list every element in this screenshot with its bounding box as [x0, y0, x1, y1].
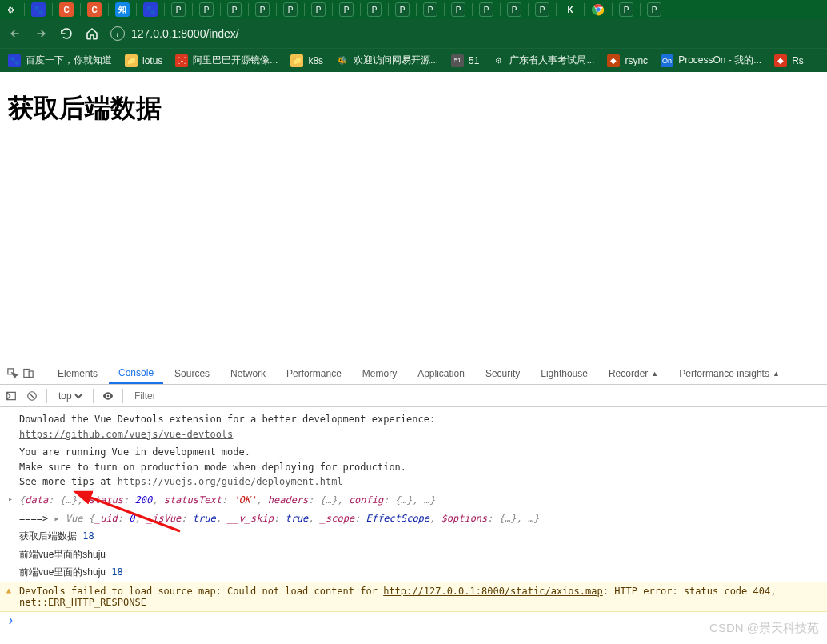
divider	[332, 3, 333, 16]
svg-point-1	[596, 7, 600, 11]
pycharm-icon[interactable]: P	[339, 2, 354, 17]
bookmark-51[interactable]: 5151	[451, 54, 479, 67]
home-button[interactable]	[85, 26, 99, 41]
csdn-icon[interactable]: C	[87, 2, 102, 17]
tab-console[interactable]: Console	[109, 363, 163, 384]
pycharm-icon[interactable]: P	[171, 2, 186, 17]
divider	[472, 3, 473, 16]
divider	[192, 3, 193, 16]
pycharm-icon[interactable]: P	[395, 2, 410, 17]
tab-performance[interactable]: Performance	[277, 363, 351, 384]
pycharm-icon[interactable]: P	[535, 2, 549, 17]
pycharm-icon[interactable]: P	[647, 2, 661, 17]
divider	[388, 3, 389, 16]
divider	[612, 3, 613, 16]
bookmark-baidu[interactable]: 🐾百度一下，你就知道	[8, 54, 112, 67]
live-expression-icon[interactable]	[102, 390, 114, 402]
console-link[interactable]: http://127.0.0.1:8000/static/axios.map	[383, 586, 603, 597]
folder-icon: 📁	[290, 54, 303, 67]
aliyun-icon: 〔-〕	[175, 54, 188, 67]
console-object[interactable]: {data: {…}, status: 200, statusText: 'OK…	[0, 491, 827, 510]
bookmark-processon[interactable]: OnProcessOn - 我的...	[661, 54, 761, 67]
rsync-icon: ◆	[607, 54, 620, 67]
pycharm-icon[interactable]: P	[507, 2, 521, 17]
device-toolbar-icon[interactable]	[21, 366, 35, 381]
divider	[24, 3, 25, 16]
tab-network[interactable]: Network	[221, 363, 275, 384]
tab-lighthouse[interactable]: Lighthouse	[531, 363, 597, 384]
divider	[93, 389, 94, 403]
baidu-icon[interactable]: 🐾	[31, 2, 46, 17]
divider	[108, 3, 109, 16]
divider	[528, 3, 529, 16]
back-button[interactable]	[8, 26, 22, 41]
bookmark-label: 欢迎访问网易开源...	[354, 54, 438, 67]
clear-console-icon[interactable]	[26, 390, 38, 402]
site-info-icon[interactable]: i	[110, 26, 125, 41]
tab-perf-insights[interactable]: Performance insights▲	[669, 363, 789, 384]
console-log: 获取后端数据 18	[0, 527, 827, 546]
bookmark-k8s[interactable]: 📁k8s	[290, 54, 323, 67]
page-content: 获取后端数据	[0, 72, 827, 362]
divider	[304, 3, 305, 16]
bookmark-rs[interactable]: ◆Rs	[774, 54, 804, 67]
zhihu-icon[interactable]: 知	[115, 2, 130, 17]
console-log: 前端vue里面的shuju 18	[0, 563, 827, 582]
settings-icon[interactable]: ⚙	[3, 2, 18, 17]
site-icon: ◆	[774, 54, 787, 67]
bookmark-aliyun[interactable]: 〔-〕阿里巴巴开源镜像...	[175, 54, 278, 67]
baidu-icon: 🐾	[8, 54, 21, 67]
tab-memory[interactable]: Memory	[353, 363, 406, 384]
page-heading: 获取后端数据	[8, 91, 819, 126]
tab-recorder[interactable]: Recorder▲	[599, 363, 668, 384]
tab-application[interactable]: Application	[408, 363, 474, 384]
pycharm-icon[interactable]: P	[283, 2, 298, 17]
pycharm-icon[interactable]: P	[423, 2, 437, 17]
pycharm-icon[interactable]: P	[619, 2, 633, 17]
k-icon[interactable]: K	[563, 2, 577, 17]
bookmark-netease[interactable]: 🐝欢迎访问网易开源...	[336, 54, 438, 67]
tab-security[interactable]: Security	[476, 363, 529, 384]
bookmark-rsync[interactable]: ◆rsync	[607, 54, 648, 67]
bookmark-label: lotus	[142, 55, 162, 66]
divider	[556, 3, 557, 16]
inspect-element-icon[interactable]	[5, 366, 19, 381]
bookmark-guangdong[interactable]: ⚙广东省人事考试局...	[492, 54, 594, 67]
pycharm-icon[interactable]: P	[367, 2, 382, 17]
pycharm-icon[interactable]: P	[479, 2, 493, 17]
pycharm-icon[interactable]: P	[255, 2, 270, 17]
toggle-sidebar-icon[interactable]	[5, 390, 18, 402]
divider	[276, 3, 277, 16]
context-selector[interactable]: top	[55, 390, 85, 402]
divider	[500, 3, 501, 16]
address-bar[interactable]: i 127.0.0.1:8000/index/	[110, 26, 239, 41]
tab-elements[interactable]: Elements	[48, 363, 107, 384]
bee-icon: 🐝	[336, 54, 349, 67]
pycharm-icon[interactable]: P	[311, 2, 326, 17]
baidu-icon[interactable]: 🐾	[143, 2, 158, 17]
bookmark-label: k8s	[308, 55, 323, 66]
console-object[interactable]: ====> ▸ Vue {_uid: 0, _isVue: true, __v_…	[0, 510, 827, 528]
gear-icon: ⚙	[492, 54, 505, 67]
bookmark-lotus[interactable]: 📁lotus	[125, 54, 162, 67]
reload-button[interactable]	[59, 26, 74, 41]
bookmark-label: 阿里巴巴开源镜像...	[193, 54, 278, 67]
bookmark-label: 百度一下，你就知道	[26, 54, 112, 67]
filter-input[interactable]	[131, 389, 291, 403]
divider	[220, 3, 221, 16]
divider	[164, 3, 165, 16]
pycharm-icon[interactable]: P	[451, 2, 465, 17]
pycharm-icon[interactable]: P	[199, 2, 214, 17]
bookmark-label: Rs	[792, 55, 804, 66]
chrome-icon[interactable]	[591, 2, 605, 17]
bookmark-label: 51	[469, 55, 479, 66]
console-link[interactable]: https://vuejs.org/guide/deployment.html	[118, 476, 343, 487]
beta-icon: ▲	[773, 370, 780, 378]
forward-button[interactable]	[34, 26, 48, 41]
console-link[interactable]: https://github.com/vuejs/vue-devtools	[19, 429, 233, 440]
csdn-icon[interactable]: C	[59, 2, 74, 17]
pycharm-icon[interactable]: P	[227, 2, 242, 17]
url-text: 127.0.0.1:8000/index/	[131, 27, 239, 40]
console-prompt[interactable]	[0, 612, 827, 630]
tab-sources[interactable]: Sources	[165, 363, 219, 384]
